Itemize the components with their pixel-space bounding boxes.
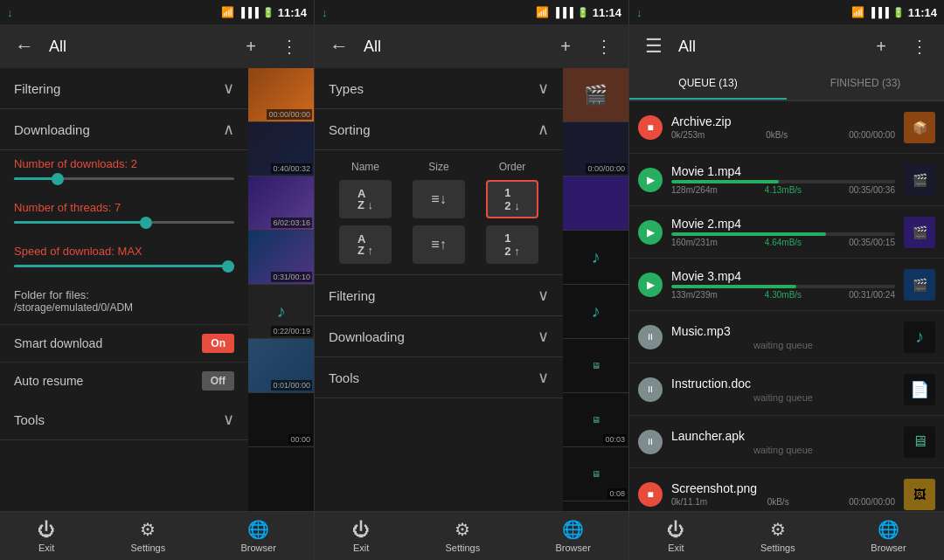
file-item-music[interactable]: ⏸ Music.mp3 waiting queue ♪ [629, 311, 944, 363]
sort-size-asc-button[interactable]: ≡↑ [413, 225, 465, 264]
exit-button-1[interactable]: ⏻ Exit [38, 520, 55, 553]
gear-icon-3: ⚙ [770, 519, 786, 540]
file-item-archive[interactable]: ■ Archive.zip 0k/253m 0kB/s 00:00/00:00 … [629, 101, 944, 154]
exit-button-3[interactable]: ⏻ Exit [667, 520, 684, 553]
movie1-size: 128m/264m [671, 185, 718, 195]
thumb-sidebar-2: 🎬 0:00/00:00 ♪ ♪ 🖥 🖥 00:03 🖥 0:08 [563, 68, 628, 511]
auto-resume-row[interactable]: Auto resume Off [0, 362, 248, 399]
browser-button-3[interactable]: 🌐 Browser [871, 519, 906, 553]
thumb-item-4: 0:31/00:10 [248, 231, 314, 285]
wifi-icon-2: 📶 [536, 6, 549, 18]
num-downloads-label: Number of downloads: 2 [14, 157, 234, 170]
movie3-info: Movie 3.mp4 133m/239m 4.30mB/s 00:31/00:… [671, 269, 895, 300]
browser-button-1[interactable]: 🌐 Browser [240, 519, 275, 553]
sort-num-desc-button[interactable]: 12 ↓ [486, 180, 538, 218]
menu-button-1[interactable]: ⋮ [275, 32, 303, 60]
exit-label-3: Exit [668, 543, 684, 553]
stop-icon-screenshot: ■ [647, 488, 653, 501]
browser-button-2[interactable]: 🌐 Browser [555, 519, 590, 553]
speed-download-label: Speed of download: MAX [14, 245, 234, 258]
sort-num-desc-label: 12 ↓ [504, 186, 519, 212]
sort-options-area: Name Size Order AZ ↓ ≡↓ 12 ↓ [315, 150, 563, 275]
signal-bars-icon-2: ▐▐▐ [552, 7, 573, 17]
screenshot-thumb: 🖼 [904, 479, 935, 510]
sort-num-asc-button[interactable]: 12 ↑ [486, 225, 538, 264]
sorting-section-header[interactable]: Sorting ∧ [315, 109, 563, 150]
back-button-2[interactable]: ← [325, 32, 353, 60]
menu-button-2[interactable]: ⋮ [590, 32, 618, 60]
types-section-header[interactable]: Types ∨ [315, 68, 563, 109]
tab-queue[interactable]: QUEUE (13) [629, 68, 787, 100]
add-button-3[interactable]: + [867, 32, 895, 60]
tab-finished[interactable]: FINISHED (33) [787, 68, 944, 100]
filtering-section-header[interactable]: Filtering ∨ [0, 68, 248, 109]
movie2-thumb: 🎬 [904, 217, 935, 248]
movie3-time: 00:31/00:24 [849, 290, 895, 300]
movie2-status-icon: ▶ [638, 220, 663, 245]
add-button-1[interactable]: + [237, 32, 265, 60]
filtering-label-2: Filtering [329, 288, 375, 303]
pause-icon-music: ⏸ [646, 332, 655, 342]
file-item-apk[interactable]: ⏸ Launcher.apk waiting queue 🖥 [629, 416, 944, 468]
movie1-progress-bar [671, 180, 895, 183]
hamburger-menu-button[interactable]: ☰ [640, 32, 668, 60]
music-note-icon-file: ♪ [915, 327, 924, 347]
sorting-label: Sorting [329, 122, 371, 137]
movie2-info: Movie 2.mp4 160m/231m 4.64mB/s 00:35/00:… [671, 217, 895, 247]
wifi-icon: 📶 [221, 6, 234, 18]
filtering-label: Filtering [14, 81, 60, 96]
settings-button-1[interactable]: ⚙ Settings [130, 519, 165, 553]
battery-icon-2: 🔋 [577, 7, 589, 18]
downloading-section-header[interactable]: Downloading ∧ [0, 109, 248, 150]
document-icon: 📄 [910, 380, 929, 399]
thumb2-time-2: 0:00/00:00 [586, 163, 627, 174]
sort-az-asc-button[interactable]: AZ ↑ [339, 225, 392, 264]
play-icon-movie2: ▶ [647, 226, 655, 239]
movie2-size: 160m/231m [671, 238, 718, 247]
auto-resume-toggle[interactable]: Off [202, 371, 234, 391]
file-item-movie1[interactable]: ▶ Movie 1.mp4 128m/264m 4.13mB/s 00:35/0… [629, 154, 944, 206]
video-icon-1: 🎬 [913, 173, 927, 187]
movie3-progress-bar [671, 285, 895, 288]
menu-button-3[interactable]: ⋮ [906, 32, 934, 60]
sort-size-desc-button[interactable]: ≡↓ [413, 180, 465, 218]
screenshot-status-icon: ■ [638, 482, 663, 507]
thumb2-item-7: 🖥 00:03 [563, 393, 628, 447]
tools-section-header-2[interactable]: Tools ∨ [315, 357, 563, 398]
settings-button-3[interactable]: ⚙ Settings [760, 519, 795, 553]
smart-download-row[interactable]: Smart download On [0, 324, 248, 362]
exit-button-2[interactable]: ⏻ Exit [352, 520, 370, 553]
smart-download-toggle[interactable]: On [202, 334, 234, 353]
top-bar-3: ☰ All + ⋮ [629, 24, 944, 68]
panel-file-list: ↓ 📶 ▐▐▐ 🔋 11:14 ☰ All + ⋮ QUEUE (13) FIN… [629, 0, 944, 560]
speed-download-row: Speed of download: MAX [0, 238, 248, 281]
file-item-movie2[interactable]: ▶ Movie 2.mp4 160m/231m 4.64mB/s 00:35/0… [629, 206, 944, 259]
status-bar-3: ↓ 📶 ▐▐▐ 🔋 11:14 [629, 0, 944, 24]
movie2-name: Movie 2.mp4 [671, 217, 895, 231]
speed-download-slider[interactable] [14, 265, 234, 267]
music-status-icon: ⏸ [638, 325, 663, 349]
pause-icon-doc: ⏸ [646, 384, 655, 394]
add-button-2[interactable]: + [552, 32, 580, 60]
movie3-progress-fill [671, 285, 796, 288]
archive-info: Archive.zip 0k/253m 0kB/s 00:00/00:00 [671, 114, 895, 140]
downloading-section-header-2[interactable]: Downloading ∨ [315, 316, 563, 357]
back-button-1[interactable]: ← [10, 32, 38, 60]
settings-button-2[interactable]: ⚙ Settings [445, 519, 480, 553]
downloading-label: Downloading [14, 122, 90, 137]
tools-section-header[interactable]: Tools ∨ [0, 399, 248, 440]
num-threads-slider[interactable] [14, 221, 234, 224]
filtering-section-header-2[interactable]: Filtering ∨ [315, 275, 563, 316]
downloading-arrow-icon-2: ∨ [538, 327, 549, 346]
sort-az-desc-button[interactable]: AZ ↓ [339, 180, 392, 218]
file-item-screenshot[interactable]: ■ Screenshot.png 0k/11.1m 0kB/s 00:00/00… [629, 468, 944, 511]
archive-speed: 0kB/s [766, 130, 788, 140]
movie1-stats: 128m/264m 4.13mB/s 00:35/00:36 [671, 185, 895, 195]
archive-time: 00:00/00:00 [849, 130, 895, 140]
num-downloads-slider[interactable] [14, 177, 234, 180]
file-item-movie3[interactable]: ▶ Movie 3.mp4 133m/239m 4.30mB/s 00:31/0… [629, 259, 944, 311]
movie2-progress-bar [671, 232, 895, 236]
status-bar-right-2: 📶 ▐▐▐ 🔋 11:14 [536, 6, 621, 19]
file-list: ■ Archive.zip 0k/253m 0kB/s 00:00/00:00 … [629, 101, 944, 511]
file-item-doc[interactable]: ⏸ Instruction.doc waiting queue 📄 [629, 363, 944, 416]
